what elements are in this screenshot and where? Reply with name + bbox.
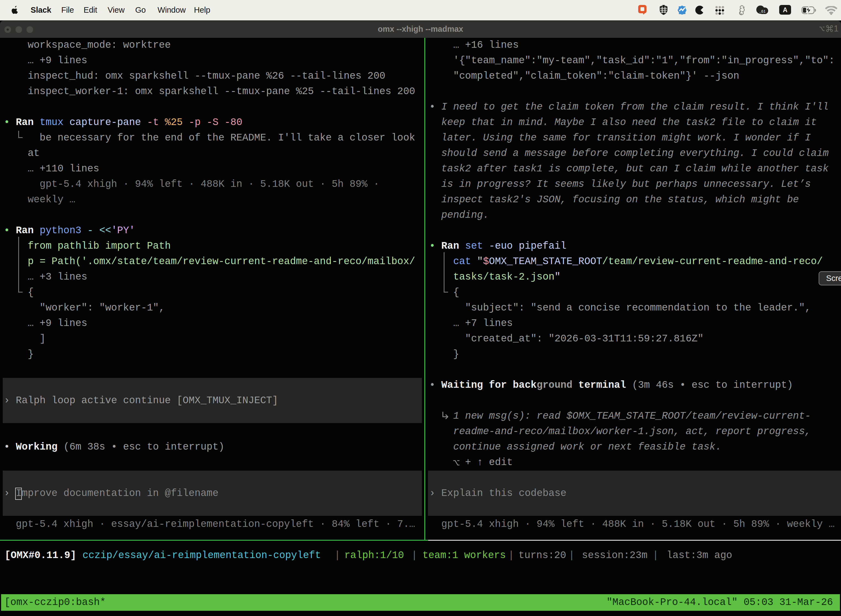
svg-text:A: A	[783, 6, 787, 13]
svg-text:..61: ..61	[759, 9, 766, 13]
